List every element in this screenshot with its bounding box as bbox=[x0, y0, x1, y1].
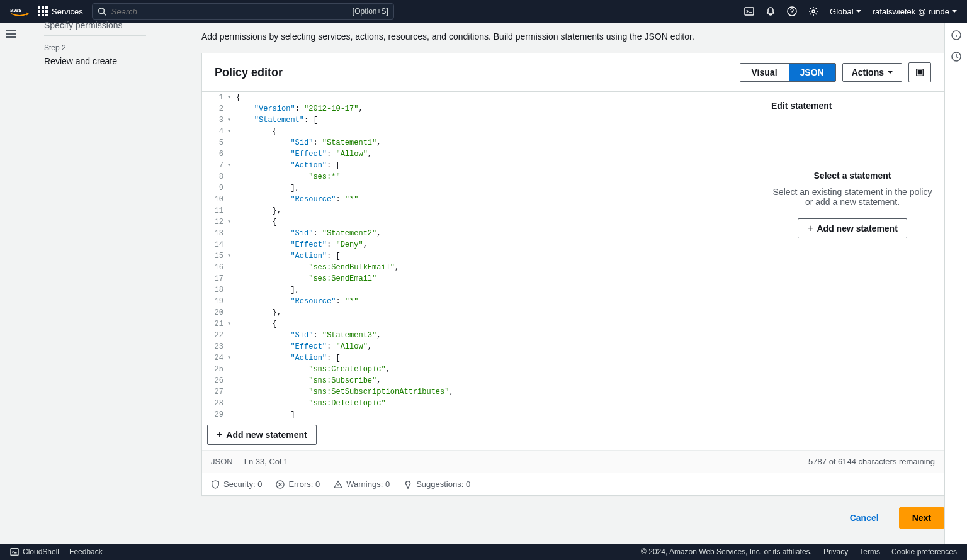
step-prev-title: Specify permissions bbox=[44, 20, 146, 23]
aws-logo[interactable]: aws bbox=[10, 6, 29, 17]
region-selector[interactable]: Global bbox=[830, 7, 861, 16]
account-label: rafalswietek @ runde bbox=[873, 7, 949, 16]
region-label: Global bbox=[830, 7, 854, 16]
notifications-icon[interactable] bbox=[766, 6, 776, 16]
settings-icon[interactable] bbox=[808, 6, 818, 16]
svg-point-5 bbox=[812, 10, 815, 13]
caret-icon bbox=[952, 10, 957, 13]
help-icon[interactable] bbox=[787, 6, 797, 16]
search-icon bbox=[98, 7, 106, 16]
search-input[interactable] bbox=[111, 7, 348, 16]
services-menu[interactable]: Services bbox=[38, 6, 83, 16]
grid-icon bbox=[38, 6, 48, 16]
svg-rect-3 bbox=[745, 8, 754, 15]
svg-point-1 bbox=[99, 8, 105, 14]
caret-icon bbox=[856, 10, 861, 13]
svg-text:aws: aws bbox=[10, 6, 22, 13]
services-label: Services bbox=[52, 7, 83, 16]
search-shortcut: [Option+S] bbox=[353, 7, 388, 16]
cloudshell-icon[interactable] bbox=[744, 6, 754, 16]
account-selector[interactable]: rafalswietek @ runde bbox=[873, 7, 957, 16]
top-nav: aws Services [Option+S] Global rafalswie… bbox=[0, 0, 967, 23]
search-box[interactable]: [Option+S] bbox=[92, 3, 394, 20]
svg-line-2 bbox=[103, 13, 106, 16]
